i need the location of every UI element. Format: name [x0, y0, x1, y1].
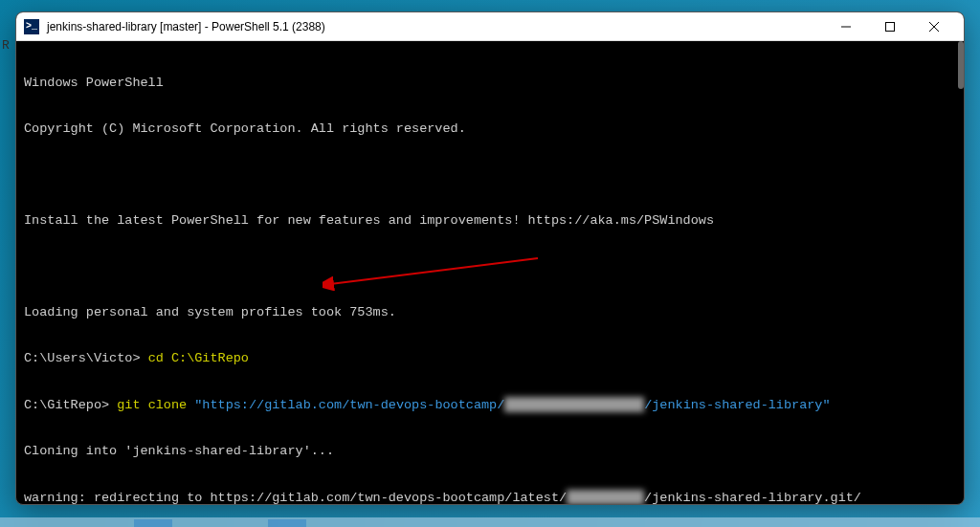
- close-button[interactable]: [912, 12, 956, 41]
- background-char: R: [2, 38, 10, 53]
- loading-line: Loading personal and system profiles too…: [24, 305, 956, 320]
- header-line: Windows PowerShell: [24, 76, 956, 91]
- install-msg: Install the latest PowerShell for new fe…: [24, 213, 956, 229]
- cloning-line: Cloning into 'jenkins-shared-library'...: [24, 444, 956, 459]
- window-controls: [824, 12, 956, 41]
- maximize-icon: [885, 22, 895, 32]
- window-title: jenkins-shared-library [master] - PowerS…: [47, 20, 824, 33]
- powershell-icon: >_: [24, 19, 39, 34]
- blank-line: [24, 167, 956, 183]
- terminal-content[interactable]: Windows PowerShell Copyright (C) Microso…: [16, 41, 964, 504]
- copyright-line: Copyright (C) Microsoft Corporation. All…: [24, 121, 956, 137]
- svg-rect-1: [886, 22, 895, 31]
- blank-line: [24, 259, 956, 274]
- close-icon: [929, 22, 939, 32]
- titlebar[interactable]: >_ jenkins-shared-library [master] - Pow…: [16, 12, 964, 41]
- powershell-window: >_ jenkins-shared-library [master] - Pow…: [15, 11, 965, 505]
- taskbar[interactable]: [0, 517, 980, 527]
- taskbar-item[interactable]: [134, 519, 172, 527]
- minimize-button[interactable]: [824, 12, 868, 41]
- taskbar-item[interactable]: [268, 519, 306, 527]
- prompt-line-1: C:\Users\Victo> cd C:\GitRepo: [24, 351, 956, 366]
- maximize-button[interactable]: [868, 12, 912, 41]
- scrollbar-thumb[interactable]: [958, 41, 964, 89]
- minimize-icon: [841, 22, 851, 32]
- prompt-line-2: C:\GitRepo> git clone "https://gitlab.co…: [24, 397, 956, 413]
- warning-line: warning: redirecting to https://gitlab.c…: [24, 490, 956, 504]
